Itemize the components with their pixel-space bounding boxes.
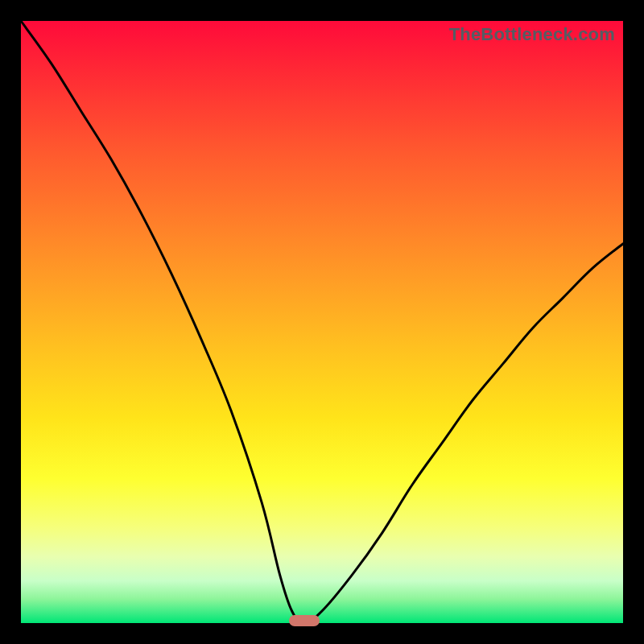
plot-area: TheBottleneck.com: [21, 21, 623, 623]
bottleneck-curve: [21, 21, 623, 623]
curve-path: [21, 21, 623, 623]
chart-frame: TheBottleneck.com: [0, 0, 644, 644]
minimum-marker: [289, 615, 320, 626]
watermark-text: TheBottleneck.com: [449, 24, 615, 45]
